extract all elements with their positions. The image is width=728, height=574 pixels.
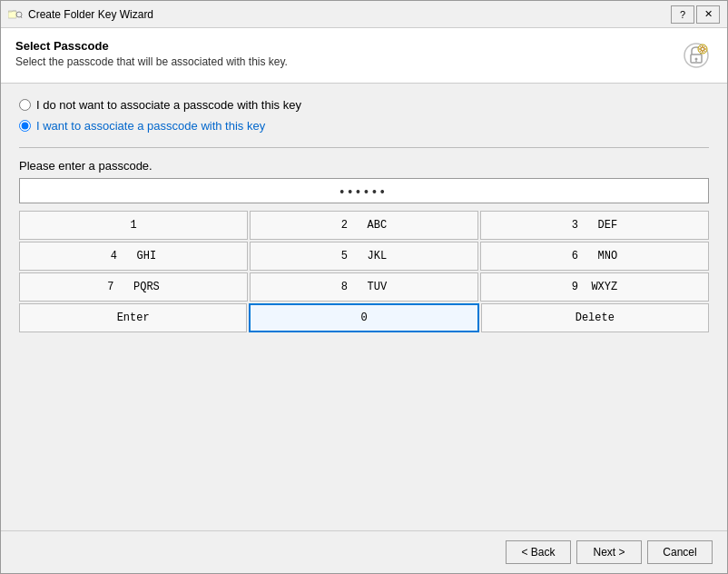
help-button[interactable]: ? [671,5,694,24]
header-text: Select Passcode Select the passcode that… [15,39,680,68]
title-bar-buttons: ? ✕ [671,5,720,24]
no-passcode-option[interactable]: I do not want to associate a passcode wi… [19,98,709,112]
app-icon [8,7,23,22]
content-area: Select Passcode Select the passcode that… [1,28,727,573]
lock-icon [682,41,711,70]
yes-passcode-radio[interactable] [19,120,31,132]
header-icon-area [680,39,713,72]
svg-line-2 [21,16,22,18]
key-6[interactable]: 6 MNO [480,242,709,271]
window: Create Folder Key Wizard ? ✕ Select Pass… [0,0,728,574]
key-8[interactable]: 8 TUV [250,272,478,302]
yes-passcode-label: I want to associate a passcode with this… [36,119,265,133]
key-5[interactable]: 5 JKL [250,242,478,271]
title-bar-title: Create Folder Key Wizard [28,8,671,21]
cancel-button[interactable]: Cancel [647,540,713,564]
next-button[interactable]: Next > [576,540,642,564]
key-0[interactable]: 0 [249,303,478,332]
passcode-label: Please enter a passcode. [19,159,709,173]
main-section: I do not want to associate a passcode wi… [1,84,727,530]
no-passcode-label: I do not want to associate a passcode wi… [36,98,301,112]
close-button[interactable]: ✕ [696,5,720,24]
key-9[interactable]: 9 WXYZ [480,272,709,302]
keypad-row-1: 1 2 ABC 3 DEF [19,211,709,240]
title-bar: Create Folder Key Wizard ? ✕ [1,1,727,28]
no-passcode-radio[interactable] [19,99,31,111]
keypad-row-4: Enter 0 Delete [19,303,709,332]
header-subtitle: Select the passcode that will be associa… [15,55,680,68]
key-delete[interactable]: Delete [481,303,709,332]
key-4[interactable]: 4 GHI [19,242,248,271]
back-button[interactable]: < Back [506,540,571,564]
passcode-display: •••••• [19,178,709,203]
keypad-row-3: 7 PQRS 8 TUV 9 WXYZ [19,272,709,302]
svg-point-5 [695,58,698,61]
keypad: 1 2 ABC 3 DEF 4 GHI 5 JKL 6 MNO 7 PQRS 8… [19,211,709,332]
key-1[interactable]: 1 [19,211,248,240]
key-3[interactable]: 3 DEF [480,211,709,240]
yes-passcode-option[interactable]: I want to associate a passcode with this… [19,119,709,133]
separator [19,147,709,148]
radio-group: I do not want to associate a passcode wi… [19,98,709,133]
key-7[interactable]: 7 PQRS [19,272,248,302]
key-2[interactable]: 2 ABC [250,211,478,240]
keypad-row-2: 4 GHI 5 JKL 6 MNO [19,242,709,271]
header-title: Select Passcode [15,39,680,53]
key-enter[interactable]: Enter [19,303,247,332]
header-section: Select Passcode Select the passcode that… [1,28,727,84]
folder-key-icon [8,7,23,22]
footer: < Back Next > Cancel [1,530,727,573]
